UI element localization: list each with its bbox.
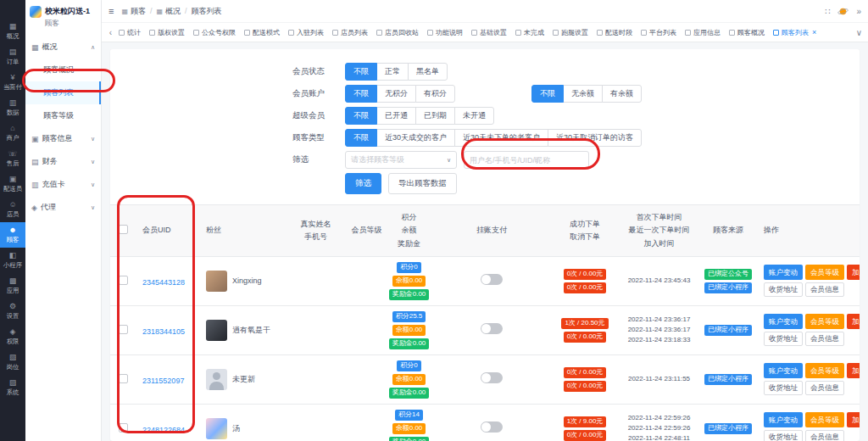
option-inactive-old-customers[interactable]: 近30天未下单的老客户 <box>454 129 548 147</box>
rail-item-customer[interactable]: ☻顾客 <box>0 222 25 248</box>
option-has-points[interactable]: 有积分 <box>415 85 455 103</box>
planet-icon[interactable] <box>837 6 849 17</box>
menu-item-customer-level[interactable]: 顾客等级 <box>25 104 101 127</box>
member-level-button[interactable]: 会员等级 <box>805 314 844 329</box>
row-checkbox[interactable] <box>119 423 128 433</box>
tab-errand-settings[interactable]: 跑腿设置 <box>550 26 591 39</box>
rail-item-courier[interactable]: ▣配送员 <box>0 171 25 197</box>
menu-item-customer-overview[interactable]: 顾客概况 <box>25 59 101 81</box>
credit-pay-toggle[interactable] <box>481 274 503 285</box>
member-uid-link[interactable]: 2311552097 <box>142 377 184 385</box>
option-has-balance[interactable]: 有余额 <box>602 85 642 103</box>
select-all-checkbox[interactable] <box>119 225 128 234</box>
shipping-address-button[interactable]: 收货地址 <box>764 332 803 347</box>
option-activated[interactable]: 已开通 <box>376 107 416 125</box>
tab-clerk-recycle[interactable]: 店员回收站 <box>374 26 421 39</box>
member-level-button[interactable]: 会员等级 <box>805 363 844 378</box>
option-no-balance[interactable]: 无余额 <box>563 85 603 103</box>
add-blacklist-button[interactable]: 加入黑名单 <box>847 265 860 280</box>
shipping-address-button[interactable]: 收货地址 <box>764 381 803 396</box>
fullscreen-icon[interactable]: ∷ <box>825 7 830 16</box>
member-info-button[interactable]: 会员信息 <box>805 430 844 441</box>
tab-feature-description[interactable]: 功能说明 <box>425 26 465 39</box>
option-normal[interactable]: 正常 <box>376 63 409 81</box>
option-blacklist[interactable]: 黑名单 <box>408 63 448 81</box>
option-unlimited[interactable]: 不限 <box>345 85 377 103</box>
rail-item-system[interactable]: ▨系统 <box>0 375 25 400</box>
tab-customer-overview[interactable]: 顾客概况 <box>726 26 767 39</box>
tab-app-info[interactable]: 应用信息 <box>682 26 723 39</box>
option-recent-buyers[interactable]: 近30天成交的客户 <box>376 129 455 147</box>
sidebar-collapse-icon[interactable]: ≡ <box>108 6 114 16</box>
keyword-search-input[interactable] <box>464 151 589 169</box>
menu-section-finance[interactable]: ▤ 财务 ∨ <box>25 150 101 173</box>
add-blacklist-button[interactable]: 加入黑名单 <box>847 314 860 329</box>
rail-item-clerk[interactable]: ☺店员 <box>0 197 25 222</box>
menu-section-recharge-card[interactable]: ▥ 充值卡 ∨ <box>25 173 101 196</box>
tab-settle-list[interactable]: 入驻列表 <box>286 26 326 39</box>
tab-clerk-list[interactable]: 店员列表 <box>330 26 370 39</box>
option-unlimited[interactable]: 不限 <box>531 85 564 103</box>
row-checkbox[interactable] <box>119 325 128 334</box>
credit-pay-toggle[interactable] <box>481 421 503 433</box>
account-change-button[interactable]: 账户变动 <box>764 265 803 280</box>
tab-stats[interactable]: 统计 <box>116 26 143 39</box>
member-info-button[interactable]: 会员信息 <box>805 381 844 396</box>
menu-section-customer-info[interactable]: ▣ 顾客信息 ∨ <box>25 127 101 150</box>
rail-item-data[interactable]: ▥数据 <box>0 95 25 120</box>
rail-item-facepay[interactable]: ¥当面付 <box>0 70 25 95</box>
member-uid-link[interactable]: 2345443128 <box>142 278 185 287</box>
tab-unfinished[interactable]: 未完成 <box>513 26 547 39</box>
expand-right-icon[interactable]: » <box>856 7 861 16</box>
tab-basic-settings[interactable]: 基础设置 <box>469 26 509 39</box>
member-info-button[interactable]: 会员信息 <box>805 282 844 298</box>
member-info-button[interactable]: 会员信息 <box>805 332 844 347</box>
customer-level-select[interactable]: 请选择顾客等级 ∨ <box>345 151 457 169</box>
tab-delivery-mode[interactable]: 配送模式 <box>242 26 282 39</box>
tab-copyright-settings[interactable]: 版权设置 <box>147 26 187 39</box>
credit-pay-toggle[interactable] <box>481 323 503 334</box>
rail-item-settings[interactable]: ⚙设置 <box>0 299 25 324</box>
rail-item-permissions[interactable]: ◈权限 <box>0 324 25 349</box>
breadcrumb-item-customer-list[interactable]: 顾客列表 <box>192 6 222 17</box>
credit-pay-toggle[interactable] <box>481 372 503 383</box>
account-change-button[interactable]: 账户变动 <box>764 412 803 427</box>
account-change-button[interactable]: 账户变动 <box>764 314 803 329</box>
option-cancelled-visitors[interactable]: 近30天取消订单的访客 <box>548 129 642 147</box>
rail-item-merchant[interactable]: ⌂商户 <box>0 120 25 146</box>
add-blacklist-button[interactable]: 加入黑名单 <box>847 363 860 378</box>
row-checkbox[interactable] <box>119 374 128 383</box>
shipping-address-button[interactable]: 收货地址 <box>764 430 803 441</box>
member-uid-link[interactable]: 2248122684 <box>142 426 185 434</box>
option-no-points[interactable]: 无积分 <box>376 85 416 103</box>
filter-submit-button[interactable]: 筛选 <box>345 173 381 194</box>
row-checkbox[interactable] <box>119 276 128 285</box>
member-level-button[interactable]: 会员等级 <box>805 412 844 427</box>
rail-item-miniprogram[interactable]: ◧小程序 <box>0 248 25 273</box>
add-blacklist-button[interactable]: 加入黑名单 <box>847 412 860 427</box>
tab-close-icon[interactable]: × <box>812 28 816 36</box>
tab-official-account-perms[interactable]: 公众号权限 <box>191 26 238 39</box>
account-change-button[interactable]: 账户变动 <box>764 363 803 378</box>
shipping-address-button[interactable]: 收货地址 <box>764 282 803 298</box>
rail-item-apps[interactable]: ▩应用 <box>0 273 25 299</box>
menu-section-agent[interactable]: ◈ 代理 ∨ <box>25 196 101 219</box>
tabs-scroll-left-icon[interactable]: ‹ <box>105 28 116 37</box>
option-unlimited[interactable]: 不限 <box>345 129 377 147</box>
option-unlimited[interactable]: 不限 <box>345 107 377 125</box>
option-unlimited[interactable]: 不限 <box>345 63 377 81</box>
tabs-dropdown-icon[interactable]: ∨ <box>854 28 865 37</box>
tab-delivery-times[interactable]: 配送时段 <box>594 26 635 39</box>
rail-item-overview[interactable]: ▦概况 <box>0 19 25 44</box>
rail-item-aftersale[interactable]: ☏售后 <box>0 146 25 171</box>
rail-item-orders[interactable]: ▤订单 <box>0 44 25 70</box>
menu-item-customer-list[interactable]: 顾客列表 <box>25 81 101 104</box>
export-customers-button[interactable]: 导出顾客数据 <box>388 173 457 194</box>
tab-platform-list[interactable]: 平台列表 <box>638 26 679 39</box>
option-expired[interactable]: 已到期 <box>415 107 455 125</box>
member-level-button[interactable]: 会员等级 <box>805 265 844 280</box>
breadcrumb-item-overview[interactable]: ▦概况 <box>157 6 181 17</box>
option-not-activated[interactable]: 未开通 <box>454 107 494 125</box>
breadcrumb-item-customer[interactable]: ▦顾客 <box>121 6 146 17</box>
menu-section-overview[interactable]: ▦ 概况 ∧ <box>25 36 101 59</box>
